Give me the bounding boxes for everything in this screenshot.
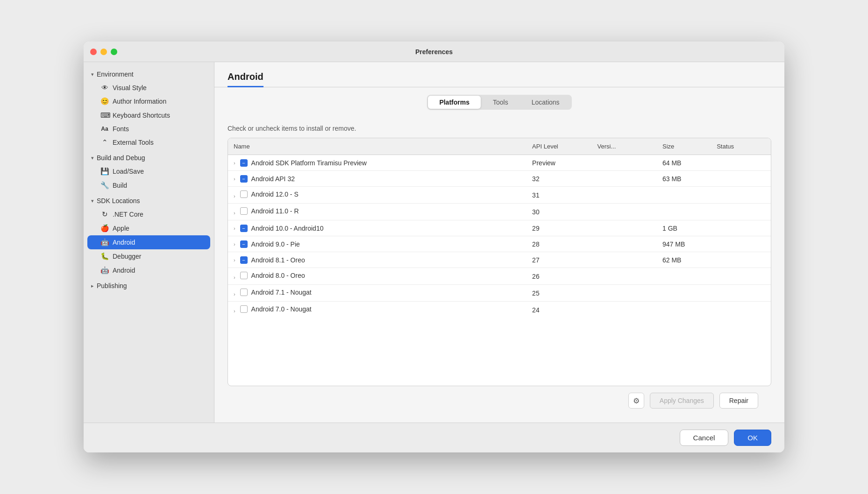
close-button[interactable] bbox=[90, 49, 97, 55]
checkbox-empty[interactable] bbox=[240, 272, 248, 279]
cell-status bbox=[711, 236, 771, 252]
col-status: Status bbox=[711, 138, 771, 155]
tab-locations[interactable]: Locations bbox=[520, 96, 571, 109]
sidebar-item-visual-style[interactable]: 👁 Visual Style bbox=[84, 81, 214, 94]
cell-size: 63 MB bbox=[657, 171, 711, 187]
checkbox-cell: Android 7.0 - Nougat bbox=[240, 305, 312, 313]
apple-icon: 🍎 bbox=[100, 224, 109, 233]
tab-platforms[interactable]: Platforms bbox=[428, 96, 481, 109]
instruction-text: Check or uncheck items to install or rem… bbox=[228, 125, 771, 132]
sidebar-section-environment[interactable]: ▾ Environment bbox=[84, 68, 214, 81]
apply-changes-button[interactable]: Apply Changes bbox=[650, 393, 714, 409]
cell-api-level: 27 bbox=[526, 252, 591, 268]
cell-name: › Android 8.0 - Oreo bbox=[228, 268, 526, 285]
sidebar-item-android[interactable]: 🤖 Android bbox=[87, 235, 210, 249]
cell-version bbox=[592, 171, 657, 187]
cell-version bbox=[592, 187, 657, 204]
cell-size: 62 MB bbox=[657, 252, 711, 268]
checkbox-empty[interactable] bbox=[240, 289, 248, 296]
checkbox-cell: − Android API 32 bbox=[240, 175, 295, 183]
cell-size: 64 MB bbox=[657, 155, 711, 171]
expand-icon[interactable]: › bbox=[234, 241, 235, 247]
col-name: Name bbox=[228, 138, 526, 155]
checkbox-cell: − Android 9.0 - Pie bbox=[240, 240, 300, 248]
cell-name: › Android 7.1 - Nougat bbox=[228, 285, 526, 302]
cell-size: 947 MB bbox=[657, 236, 711, 252]
cell-api-level: 30 bbox=[526, 204, 591, 220]
action-bar: ⚙ Apply Changes Repair bbox=[228, 386, 771, 415]
smiley-icon: 😊 bbox=[100, 97, 109, 106]
table-row: › − Android 10.0 - Android10 29 1 GB bbox=[228, 220, 771, 236]
sidebar-section-sdk-locations[interactable]: ▾ SDK Locations bbox=[84, 194, 214, 207]
checkbox-checked[interactable]: − bbox=[240, 256, 248, 264]
sidebar-item-keyboard-shortcuts[interactable]: ⌨ Keyboard Shortcuts bbox=[84, 108, 214, 122]
cell-name: › Android 11.0 - R bbox=[228, 204, 526, 220]
expand-icon[interactable]: › bbox=[234, 308, 235, 314]
checkbox-checked[interactable]: − bbox=[240, 159, 248, 167]
checkbox-empty[interactable] bbox=[240, 207, 248, 215]
bug-icon: 🐛 bbox=[100, 252, 109, 261]
titlebar: Preferences bbox=[84, 42, 784, 62]
sidebar-section-build-debug[interactable]: ▾ Build and Debug bbox=[84, 151, 214, 164]
terminal-icon: ⌃ bbox=[100, 138, 109, 147]
cell-name: › − Android 10.0 - Android10 bbox=[228, 220, 526, 236]
sidebar: ▾ Environment 👁 Visual Style 😊 Author In… bbox=[84, 62, 214, 423]
sidebar-item-load-save[interactable]: 💾 Load/Save bbox=[84, 164, 214, 178]
checkbox-checked[interactable]: − bbox=[240, 225, 248, 232]
checkbox-cell: Android 11.0 - R bbox=[240, 207, 299, 215]
tab-group: Platforms Tools Locations bbox=[427, 95, 571, 110]
platform-name: Android 8.1 - Oreo bbox=[251, 256, 305, 264]
sidebar-item-build[interactable]: 🔧 Build bbox=[84, 178, 214, 192]
expand-icon[interactable]: › bbox=[234, 275, 235, 280]
col-api-level: API Level bbox=[526, 138, 591, 155]
cell-size: 1 GB bbox=[657, 220, 711, 236]
table-row: › Android 12.0 - S 31 bbox=[228, 187, 771, 204]
checkbox-cell: Android 8.0 - Oreo bbox=[240, 272, 305, 279]
sidebar-item-author-information[interactable]: 😊 Author Information bbox=[84, 94, 214, 108]
expand-icon[interactable]: › bbox=[234, 257, 235, 263]
sidebar-section-publishing[interactable]: ▸ Publishing bbox=[84, 279, 214, 292]
cell-version bbox=[592, 285, 657, 302]
expand-icon[interactable]: › bbox=[234, 160, 235, 166]
ok-button[interactable]: OK bbox=[734, 430, 771, 446]
platform-name: Android 7.0 - Nougat bbox=[251, 305, 312, 313]
expand-icon[interactable]: › bbox=[234, 210, 235, 216]
sidebar-item-debugger[interactable]: 🐛 Debugger bbox=[84, 249, 214, 263]
col-version: Versi... bbox=[592, 138, 657, 155]
tab-tools[interactable]: Tools bbox=[482, 96, 519, 109]
table-header-row: Name API Level Versi... Size Status bbox=[228, 138, 771, 155]
cell-name: › Android 7.0 - Nougat bbox=[228, 302, 526, 318]
cell-size bbox=[657, 268, 711, 285]
tab-bar: Platforms Tools Locations bbox=[214, 87, 784, 117]
expand-icon[interactable]: › bbox=[234, 291, 235, 297]
cell-status bbox=[711, 285, 771, 302]
sidebar-item-apple[interactable]: 🍎 Apple bbox=[84, 221, 214, 235]
sidebar-item-external-tools[interactable]: ⌃ External Tools bbox=[84, 135, 214, 149]
table-row: › Android 8.0 - Oreo 26 bbox=[228, 268, 771, 285]
table-scroll-wrapper[interactable]: Name API Level Versi... Size Status › bbox=[228, 138, 771, 386]
fonts-icon: Aa bbox=[100, 126, 109, 132]
maximize-button[interactable] bbox=[111, 49, 117, 55]
cell-status bbox=[711, 302, 771, 318]
checkbox-cell: − Android 8.1 - Oreo bbox=[240, 256, 305, 264]
gear-icon: ⚙ bbox=[633, 396, 640, 405]
table-row: › Android 11.0 - R 30 bbox=[228, 204, 771, 220]
checkbox-empty[interactable] bbox=[240, 191, 248, 198]
table-row: › Android 7.1 - Nougat 25 bbox=[228, 285, 771, 302]
sidebar-item-android2[interactable]: 🤖 Android bbox=[84, 263, 214, 277]
checkbox-checked[interactable]: − bbox=[240, 175, 248, 183]
expand-icon[interactable]: › bbox=[234, 193, 235, 199]
expand-icon[interactable]: › bbox=[234, 176, 235, 182]
minimize-button[interactable] bbox=[100, 49, 107, 55]
window-footer: Cancel OK bbox=[84, 423, 784, 452]
sidebar-item-fonts[interactable]: Aa Fonts bbox=[84, 122, 214, 135]
settings-button[interactable]: ⚙ bbox=[628, 393, 644, 409]
checkbox-checked[interactable]: − bbox=[240, 240, 248, 248]
repair-button[interactable]: Repair bbox=[719, 393, 758, 409]
cell-api-level: 29 bbox=[526, 220, 591, 236]
main-panel: Android Platforms Tools Locations Check … bbox=[214, 62, 784, 423]
expand-icon[interactable]: › bbox=[234, 226, 235, 231]
sidebar-item-net-core[interactable]: ↻ .NET Core bbox=[84, 207, 214, 221]
checkbox-empty[interactable] bbox=[240, 305, 248, 313]
cancel-button[interactable]: Cancel bbox=[680, 430, 729, 446]
